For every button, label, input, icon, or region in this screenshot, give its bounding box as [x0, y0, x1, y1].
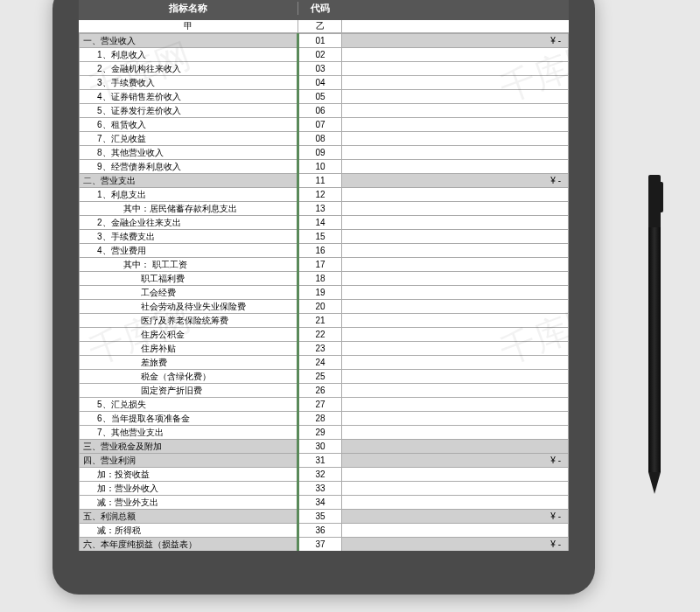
row-value — [342, 230, 569, 244]
table-row: 1、利息收入02 — [80, 48, 569, 62]
row-name: 住房公积金 — [80, 328, 298, 342]
row-name: 1、利息支出 — [80, 188, 298, 202]
financial-table: 一、营业收入01¥ -1、利息收入022、金融机构往来收入033、手续费收入04… — [79, 33, 569, 551]
table-row: 一、营业收入01¥ - — [80, 34, 569, 48]
table-row: 加：营业外收入33 — [80, 482, 569, 496]
row-name: 7、其他营业支出 — [80, 426, 298, 440]
row-code: 18 — [298, 272, 342, 286]
table-row: 其中： 职工工资17 — [80, 258, 569, 272]
table-row: 3、手续费收入04 — [80, 76, 569, 90]
table-row: 其中：居民储蓄存款利息支出13 — [80, 202, 569, 216]
table-row: 住房补贴23 — [80, 342, 569, 356]
row-value — [342, 468, 569, 482]
table-row: 二、营业支出11¥ - — [80, 174, 569, 188]
row-code: 08 — [298, 132, 342, 146]
table-row: 2、金融企业往来支出14 — [80, 216, 569, 230]
row-value — [342, 398, 569, 412]
row-name: 一、营业收入 — [80, 34, 298, 48]
table-row: 8、其他营业收入09 — [80, 146, 569, 160]
row-code: 12 — [298, 188, 342, 202]
row-value — [342, 160, 569, 174]
row-code: 24 — [298, 356, 342, 370]
table-row: 3、手续费支出15 — [80, 230, 569, 244]
table-row: 五、利润总额35¥ - — [80, 510, 569, 524]
row-code: 17 — [298, 258, 342, 272]
table-row: 差旅费24 — [80, 356, 569, 370]
row-name: 职工福利费 — [80, 272, 298, 286]
row-code: 19 — [298, 286, 342, 300]
row-name: 四、营业利润 — [80, 454, 298, 468]
row-code: 06 — [298, 104, 342, 118]
row-code: 36 — [298, 524, 342, 538]
row-code: 35 — [298, 510, 342, 524]
row-name: 5、汇兑损失 — [80, 398, 298, 412]
row-name: 4、证券销售差价收入 — [80, 90, 298, 104]
row-name: 3、手续费支出 — [80, 230, 298, 244]
row-code: 11 — [298, 174, 342, 188]
row-code: 13 — [298, 202, 342, 216]
row-name: 减：营业外支出 — [80, 496, 298, 510]
row-name: 六、本年度纯损益（损益表） — [80, 538, 298, 552]
row-value — [342, 370, 569, 384]
row-value — [342, 286, 569, 300]
header-code: 代码 — [298, 2, 341, 15]
table-subheader: 甲 乙 — [79, 20, 569, 33]
table-row: 6、当年提取各项准备金28 — [80, 412, 569, 426]
subheader-jia: 甲 — [79, 20, 298, 32]
row-code: 02 — [298, 48, 342, 62]
row-value — [342, 300, 569, 314]
table-row: 6、租赁收入07 — [80, 118, 569, 132]
row-value: ¥ - — [342, 538, 569, 552]
row-code: 29 — [298, 426, 342, 440]
row-code: 14 — [298, 216, 342, 230]
row-name: 其中：居民储蓄存款利息支出 — [80, 202, 298, 216]
row-code: 04 — [298, 76, 342, 90]
row-code: 34 — [298, 496, 342, 510]
row-code: 15 — [298, 230, 342, 244]
row-value — [342, 104, 569, 118]
table-row: 4、证券销售差价收入05 — [80, 90, 569, 104]
row-code: 16 — [298, 244, 342, 258]
row-name: 差旅费 — [80, 356, 298, 370]
table-row: 六、本年度纯损益（损益表）37¥ - — [80, 538, 569, 552]
row-value — [342, 328, 569, 342]
row-code: 22 — [298, 328, 342, 342]
row-name: 税金（含绿化费） — [80, 370, 298, 384]
row-value — [342, 482, 569, 496]
row-code: 05 — [298, 90, 342, 104]
row-value — [342, 524, 569, 538]
row-name: 减：所得税 — [80, 524, 298, 538]
row-code: 23 — [298, 342, 342, 356]
row-value — [342, 426, 569, 440]
row-name: 2、金融机构往来收入 — [80, 62, 298, 76]
tablet-frame: 指标名称 代码 甲 乙 一、营业收入01¥ -1、利息收入022、金融机构往来收… — [52, 0, 595, 595]
row-code: 09 — [298, 146, 342, 160]
row-value — [342, 90, 569, 104]
row-value — [342, 216, 569, 230]
table-row: 减：所得税36 — [80, 524, 569, 538]
row-name: 7、汇兑收益 — [80, 132, 298, 146]
table-row: 4、营业费用16 — [80, 244, 569, 258]
row-value — [342, 356, 569, 370]
row-name: 其中： 职工工资 — [80, 258, 298, 272]
table-row: 9、经营债券利息收入10 — [80, 160, 569, 174]
row-code: 37 — [298, 538, 342, 552]
table-row: 7、汇兑收益08 — [80, 132, 569, 146]
row-value: ¥ - — [342, 34, 569, 48]
row-name: 医疗及养老保险统筹费 — [80, 314, 298, 328]
row-value — [342, 48, 569, 62]
row-name: 4、营业费用 — [80, 244, 298, 258]
table-row: 1、利息支出12 — [80, 188, 569, 202]
row-value — [342, 244, 569, 258]
row-code: 01 — [298, 34, 342, 48]
row-name: 3、手续费收入 — [80, 76, 298, 90]
row-code: 33 — [298, 482, 342, 496]
row-name: 住房补贴 — [80, 342, 298, 356]
table-row: 减：营业外支出34 — [80, 496, 569, 510]
pen-tip — [648, 472, 661, 494]
row-value — [342, 146, 569, 160]
row-code: 07 — [298, 118, 342, 132]
pen-clip — [648, 175, 661, 227]
row-name: 加：营业外收入 — [80, 482, 298, 496]
row-value — [342, 132, 569, 146]
